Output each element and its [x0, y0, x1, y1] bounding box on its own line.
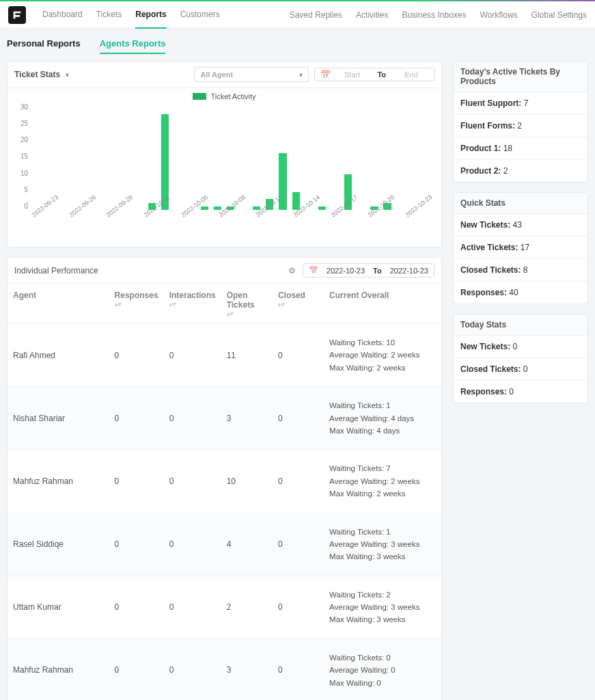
panel-title: Today Stats [454, 314, 587, 336]
app-logo[interactable] [8, 6, 26, 24]
col-agent[interactable]: Agent [8, 284, 109, 324]
y-tick: 5 [16, 186, 28, 193]
table-row: Rafi Ahmed00110Waiting Tickets: 10Averag… [8, 324, 441, 387]
ticket-stats-card: Ticket Stats ▾ All Agent ▾ 📅 To Ticket A [7, 61, 442, 247]
cell-overall: Waiting Tickets: 7Average Waiting: 2 wee… [324, 450, 441, 513]
quick-stats-card: Quick Stats New Tickets: 43Active Ticket… [453, 192, 588, 304]
nav-item-global-settings[interactable]: Global Settings [531, 2, 587, 28]
panel-title: Today's Active Tickets By Products [454, 62, 587, 92]
y-tick: 0 [16, 202, 28, 210]
cell-closed: 0 [273, 638, 324, 700]
nav-left: DashboardTicketsReportsCustomers [42, 1, 220, 29]
y-tick: 20 [16, 136, 28, 144]
perf-date-from: 2022-10-23 [327, 267, 365, 275]
chart-legend: Ticket Activity [16, 92, 433, 100]
end-date-input[interactable] [394, 70, 428, 79]
col-closed[interactable]: Closed▴▾ [273, 284, 324, 324]
cell-overall: Waiting Tickets: 0Average Waiting: 0Max … [324, 638, 441, 700]
individual-performance-card: Individual Performance ⚙ 📅 2022-10-23 To… [7, 257, 442, 700]
cell-open: 11 [221, 324, 273, 387]
stat-row: New Tickets: 43 [454, 214, 587, 237]
cell-interactions: 0 [164, 638, 221, 700]
main-header: DashboardTicketsReportsCustomers Saved R… [0, 1, 595, 29]
chevron-down-icon[interactable]: ▾ [66, 71, 69, 79]
individual-performance-title: Individual Performance [14, 266, 98, 275]
col-responses[interactable]: Responses▴▾ [109, 284, 164, 324]
stat-row: Product 1: 18 [454, 137, 587, 160]
cell-interactions: 0 [164, 450, 221, 513]
stat-row: Responses: 40 [454, 282, 587, 304]
col-open[interactable]: Open Tickets▴▾ [221, 284, 273, 324]
y-tick: 25 [16, 120, 28, 127]
cell-overall: Waiting Tickets: 2Average Waiting: 3 wee… [324, 576, 441, 638]
cell-interactions: 0 [164, 576, 221, 638]
perf-date-to: 2022-10-23 [390, 267, 428, 275]
stat-row: Responses: 0 [454, 381, 587, 403]
nav-item-activities[interactable]: Activities [356, 2, 388, 28]
cell-overall: Waiting Tickets: 1Average Waiting: 3 wee… [324, 513, 441, 576]
stat-row: Fluent Forms: 2 [454, 115, 587, 137]
nav-item-business-inboxes[interactable]: Business Inboxes [402, 2, 466, 28]
nav-right: Saved RepliesActivitiesBusiness InboxesW… [290, 2, 587, 28]
cell-agent: Uttam Kumar [8, 576, 109, 638]
nav-item-dashboard[interactable]: Dashboard [42, 1, 83, 29]
ticket-stats-title: Ticket Stats [14, 70, 60, 79]
cell-closed: 0 [273, 513, 324, 576]
nav-item-tickets[interactable]: Tickets [96, 1, 122, 29]
nav-item-workflows[interactable]: Workflows [480, 2, 517, 28]
nav-item-reports[interactable]: Reports [135, 1, 166, 29]
legend-swatch [193, 93, 206, 100]
date-range-separator: To [373, 267, 382, 275]
nav-item-customers[interactable]: Customers [180, 1, 220, 29]
y-tick: 15 [16, 152, 28, 160]
agent-select-label: All Agent [200, 70, 233, 79]
stat-row: New Tickets: 0 [454, 336, 587, 358]
cell-closed: 0 [273, 450, 324, 513]
y-tick: 10 [16, 170, 28, 177]
cell-responses: 0 [109, 638, 164, 700]
panel-title: Quick Stats [454, 193, 587, 214]
ticket-stats-date-range[interactable]: 📅 To [314, 68, 434, 81]
cell-agent: Nishat Shariar [8, 387, 109, 450]
stat-row: Product 2: 2 [454, 160, 587, 182]
nav-item-saved-replies[interactable]: Saved Replies [290, 2, 342, 28]
cell-responses: 0 [109, 387, 164, 450]
stat-row: Closed Tickets: 8 [454, 259, 587, 282]
sort-icon: ▴▾ [115, 301, 158, 307]
cell-responses: 0 [109, 450, 164, 513]
stat-row: Active Tickets: 17 [454, 237, 587, 259]
cell-overall: Waiting Tickets: 10Average Waiting: 2 we… [324, 324, 441, 387]
tab-agents-reports[interactable]: Agents Reports [100, 38, 166, 54]
performance-date-range[interactable]: 📅 2022-10-23 To 2022-10-23 [303, 263, 434, 278]
calendar-icon: 📅 [320, 70, 331, 79]
table-row: Mahfuz Rahman0030Waiting Tickets: 0Avera… [8, 638, 441, 700]
cell-agent: Mahfuz Rahman [8, 638, 109, 700]
agent-select[interactable]: All Agent ▾ [194, 67, 309, 82]
start-date-input[interactable] [335, 70, 369, 79]
col-overall: Current Overall [324, 284, 441, 324]
cell-closed: 0 [273, 387, 324, 450]
performance-table: Agent Responses▴▾ Interactions▴▾ Open Ti… [8, 284, 441, 700]
legend-label: Ticket Activity [210, 92, 255, 100]
stat-row: Closed Tickets: 0 [454, 358, 587, 381]
subtabs: Personal ReportsAgents Reports [0, 29, 595, 61]
col-interactions[interactable]: Interactions▴▾ [164, 284, 221, 324]
cell-open: 4 [221, 513, 273, 576]
tab-personal-reports[interactable]: Personal Reports [7, 38, 81, 54]
cell-closed: 0 [273, 576, 324, 638]
today-stats-card: Today Stats New Tickets: 0Closed Tickets… [453, 314, 588, 403]
table-row: Uttam Kumar0020Waiting Tickets: 2Average… [8, 576, 441, 638]
cell-interactions: 0 [164, 324, 221, 387]
table-row: Rasel Siddiqe0040Waiting Tickets: 1Avera… [8, 513, 441, 576]
cell-interactions: 0 [164, 513, 221, 576]
table-row: Mahfuz Rahman00100Waiting Tickets: 7Aver… [8, 450, 441, 513]
date-range-separator: To [373, 70, 390, 79]
chevron-down-icon: ▾ [299, 71, 303, 79]
cell-open: 10 [221, 450, 273, 513]
gear-icon[interactable]: ⚙ [288, 266, 296, 275]
cell-responses: 0 [109, 324, 164, 387]
cell-interactions: 0 [164, 387, 221, 450]
cell-open: 2 [221, 576, 273, 638]
cell-open: 3 [221, 638, 273, 700]
cell-agent: Rasel Siddiqe [8, 513, 109, 576]
